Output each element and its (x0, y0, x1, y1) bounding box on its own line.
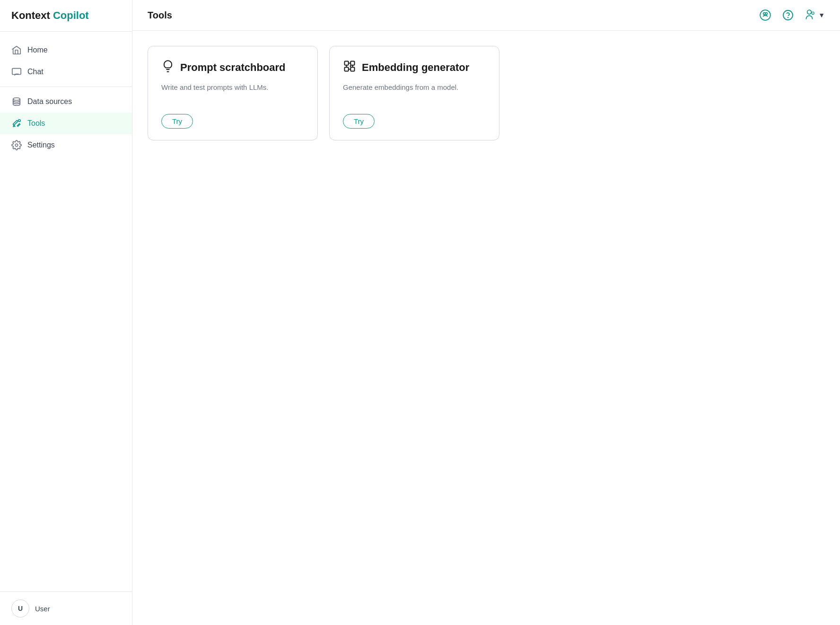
svg-rect-0 (12, 69, 21, 75)
tools-icon (11, 118, 22, 129)
sidebar-item-settings-label: Settings (27, 141, 55, 149)
tool-description-embedding: Generate embeddings from a model. (343, 82, 486, 104)
avatar[interactable]: U (11, 599, 29, 617)
help-icon[interactable] (780, 8, 796, 23)
logo-copilot: Copilot (53, 9, 89, 22)
page-title: Tools (148, 10, 172, 21)
nav-separator (0, 87, 132, 87)
sidebar-item-tools[interactable]: Tools (0, 113, 132, 134)
lightbulb-icon (161, 60, 175, 76)
sidebar-footer: U User (0, 591, 132, 625)
user-name: User (35, 605, 50, 613)
svg-rect-13 (345, 67, 349, 71)
try-button-prompt[interactable]: Try (161, 114, 193, 129)
sidebar-item-home[interactable]: Home (0, 39, 132, 61)
tool-title-embedding: Embedding generator (362, 61, 469, 74)
tool-card-embedding-generator: Embedding generator Generate embeddings … (329, 46, 499, 140)
svg-point-2 (18, 120, 21, 122)
tool-card-header-embedding: Embedding generator (343, 60, 486, 76)
tool-card-header-prompt: Prompt scratchboard (161, 60, 304, 76)
sidebar-item-tools-label: Tools (27, 119, 45, 128)
sidebar-item-settings[interactable]: Settings (0, 134, 132, 156)
tool-title-prompt: Prompt scratchboard (180, 61, 286, 74)
user-settings-button[interactable]: ▼ (803, 9, 825, 21)
sidebar-item-home-label: Home (27, 46, 48, 54)
brain-icon[interactable] (758, 8, 773, 23)
svg-rect-11 (345, 61, 349, 65)
svg-point-3 (15, 144, 18, 147)
sidebar-item-chat-label: Chat (27, 68, 44, 76)
try-button-embedding[interactable]: Try (343, 114, 375, 129)
settings-icon (11, 140, 22, 150)
embedding-icon (343, 60, 356, 76)
sidebar: Kontext Copilot Home Chat (0, 0, 132, 625)
svg-rect-14 (350, 67, 354, 71)
chat-icon (11, 67, 22, 77)
svg-rect-12 (350, 61, 354, 65)
svg-point-4 (760, 10, 770, 20)
svg-point-1 (13, 98, 20, 101)
tools-grid: Prompt scratchboard Write and test promp… (148, 46, 825, 140)
database-icon (11, 96, 22, 107)
svg-point-7 (783, 10, 793, 20)
tool-description-prompt: Write and test prompts with LLMs. (161, 82, 304, 104)
home-icon (11, 45, 22, 55)
sidebar-item-data-sources-label: Data sources (27, 97, 72, 106)
tool-card-prompt-scratchboard: Prompt scratchboard Write and test promp… (148, 46, 318, 140)
sidebar-nav: Home Chat Data sourc (0, 32, 132, 591)
chevron-down-icon: ▼ (818, 11, 825, 19)
header-actions: ▼ (758, 8, 825, 23)
tools-content: Prompt scratchboard Write and test promp… (132, 31, 840, 625)
logo-kontext: Kontext (11, 9, 50, 22)
sidebar-item-chat[interactable]: Chat (0, 61, 132, 83)
sidebar-logo: Kontext Copilot (0, 0, 132, 32)
sidebar-item-data-sources[interactable]: Data sources (0, 91, 132, 113)
main-header: Tools (132, 0, 840, 31)
main-content-area: Tools (132, 0, 840, 625)
